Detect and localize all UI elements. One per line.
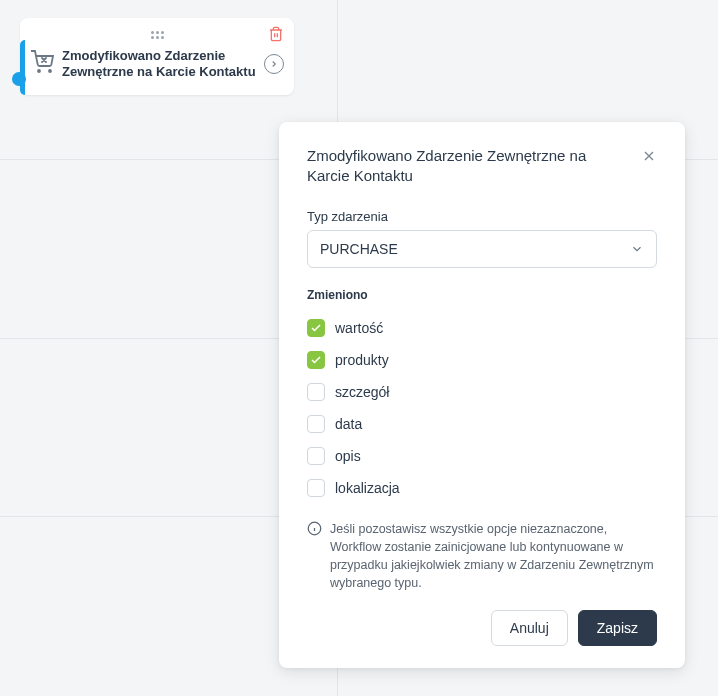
svg-point-0: [38, 70, 40, 72]
checkbox[interactable]: [307, 479, 325, 497]
settings-panel: Zmodyfikowano Zdarzenie Zewnętrzne na Ka…: [279, 122, 685, 668]
option-label: wartość: [335, 320, 383, 336]
option-row: data: [307, 408, 657, 440]
option-row: wartość: [307, 312, 657, 344]
panel-title: Zmodyfikowano Zdarzenie Zewnętrzne na Ka…: [307, 146, 627, 187]
event-type-select[interactable]: PURCHASE: [307, 230, 657, 268]
svg-point-1: [49, 70, 51, 72]
options-list: wartośćproduktyszczegółdataopislokalizac…: [307, 312, 657, 504]
option-label: szczegół: [335, 384, 389, 400]
expand-button[interactable]: [264, 54, 284, 74]
workflow-node-title: Zmodyfikowano Zdarzenie Zewnętrzne na Ka…: [62, 48, 256, 81]
option-label: produkty: [335, 352, 389, 368]
cart-icon: [30, 50, 54, 74]
trash-icon[interactable]: [268, 26, 284, 42]
info-icon: [307, 521, 322, 536]
option-label: lokalizacja: [335, 480, 400, 496]
option-label: opis: [335, 448, 361, 464]
option-row: produkty: [307, 344, 657, 376]
option-row: opis: [307, 440, 657, 472]
save-button[interactable]: Zapisz: [578, 610, 657, 646]
event-type-value: PURCHASE: [320, 241, 398, 257]
changed-label: Zmieniono: [307, 288, 657, 302]
chevron-down-icon: [630, 242, 644, 256]
drag-handle-icon[interactable]: [151, 31, 164, 39]
close-icon[interactable]: [641, 148, 657, 164]
checkbox[interactable]: [307, 383, 325, 401]
info-note: Jeśli pozostawisz wszystkie opcje niezaz…: [307, 520, 657, 593]
info-text: Jeśli pozostawisz wszystkie opcje niezaz…: [330, 520, 657, 593]
option-row: szczegół: [307, 376, 657, 408]
cancel-button[interactable]: Anuluj: [491, 610, 568, 646]
option-row: lokalizacja: [307, 472, 657, 504]
connector-dot: [12, 72, 26, 86]
checkbox[interactable]: [307, 351, 325, 369]
card-toolbar: [30, 26, 284, 44]
card-accent: [20, 40, 25, 95]
event-type-label: Typ zdarzenia: [307, 209, 657, 224]
option-label: data: [335, 416, 362, 432]
checkbox[interactable]: [307, 447, 325, 465]
workflow-node-card[interactable]: Zmodyfikowano Zdarzenie Zewnętrzne na Ka…: [20, 18, 294, 95]
checkbox[interactable]: [307, 319, 325, 337]
checkbox[interactable]: [307, 415, 325, 433]
